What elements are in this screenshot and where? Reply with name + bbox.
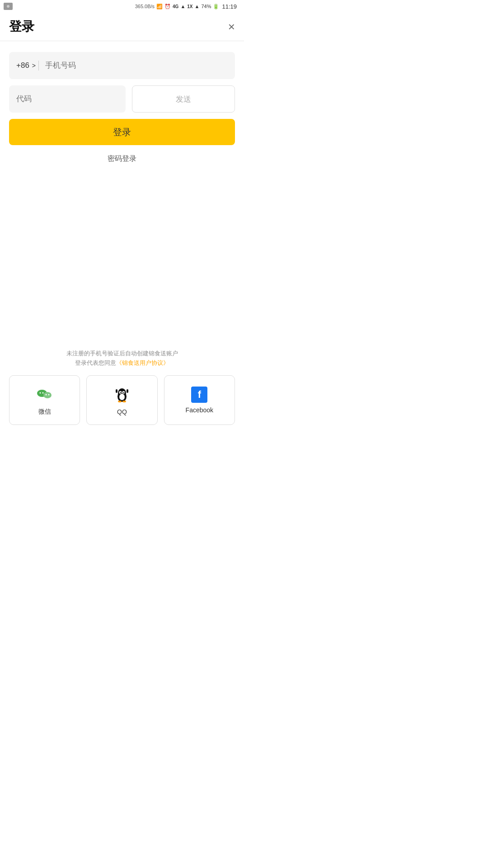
social-login-row: 微信 xyxy=(9,375,235,425)
bottom-area: 未注册的手机号验证后自动创建锦食送账户 登录代表您同意《锦食送用户协议》 微信 xyxy=(0,349,244,434)
country-code: +86 xyxy=(16,61,29,70)
phone-input-row: +86 > xyxy=(9,52,235,79)
code-row: 发送 xyxy=(9,85,235,113)
status-bar: 365.0B/s 📶 ⏰ 4G ▲ 1X ▲ 74% 🔋 11:19 xyxy=(0,0,244,13)
close-button[interactable]: × xyxy=(228,21,235,33)
code-input-wrap xyxy=(9,85,126,113)
svg-rect-19 xyxy=(116,389,117,393)
svg-point-13 xyxy=(120,392,121,393)
network-speed: 365.0B/s xyxy=(135,4,155,9)
svg-point-16 xyxy=(119,394,125,400)
verification-code-input[interactable] xyxy=(16,94,118,104)
svg-point-14 xyxy=(123,392,124,393)
alarm-icon: ⏰ xyxy=(164,4,171,9)
svg-point-18 xyxy=(122,401,126,402)
wechat-login-button[interactable]: 微信 xyxy=(9,375,80,425)
login-form: +86 > 发送 登录 密码登录 xyxy=(0,41,244,166)
network-type: 4G xyxy=(173,4,178,9)
wechat-icon xyxy=(35,384,55,404)
facebook-login-button[interactable]: f Facebook xyxy=(164,375,235,425)
svg-point-5 xyxy=(39,392,41,394)
clock: 11:19 xyxy=(222,3,237,10)
qq-label: QQ xyxy=(117,408,127,415)
svg-point-4 xyxy=(43,392,52,398)
signal-icons: 📶 xyxy=(156,4,163,9)
photo-icon xyxy=(4,3,13,10)
phone-number-input[interactable] xyxy=(45,61,228,70)
svg-point-1 xyxy=(7,5,9,8)
svg-point-8 xyxy=(48,394,49,396)
battery-percent: 74% xyxy=(201,4,211,9)
login-button[interactable]: 登录 xyxy=(9,119,235,145)
terms-link[interactable]: 《锦食送用户协议》 xyxy=(116,359,169,366)
password-login-link[interactable]: 密码登录 xyxy=(9,151,235,166)
header: 登录 × xyxy=(0,13,244,41)
qq-icon xyxy=(112,385,132,405)
battery-icon: 🔋 xyxy=(213,4,219,9)
svg-rect-20 xyxy=(127,389,128,393)
svg-point-7 xyxy=(45,394,47,396)
send-code-button[interactable]: 发送 xyxy=(132,85,235,113)
terms-text: 未注册的手机号验证后自动创建锦食送账户 登录代表您同意《锦食送用户协议》 xyxy=(9,349,235,368)
terms-line2: 登录代表您同意《锦食送用户协议》 xyxy=(9,359,235,368)
svg-point-17 xyxy=(118,401,122,402)
signal-bar-2: ▲ xyxy=(195,4,200,9)
country-chevron-icon[interactable]: > xyxy=(32,62,36,69)
signal-bar-1: ▲ xyxy=(180,4,185,9)
terms-line1: 未注册的手机号验证后自动创建锦食送账户 xyxy=(9,349,235,359)
facebook-icon: f xyxy=(191,387,207,403)
wechat-label: 微信 xyxy=(38,408,51,416)
svg-point-6 xyxy=(42,392,43,394)
page-title: 登录 xyxy=(9,18,34,35)
network-type-2: 1X xyxy=(187,4,192,9)
input-divider xyxy=(38,61,39,71)
qq-login-button[interactable]: QQ xyxy=(86,375,157,425)
facebook-label: Facebook xyxy=(186,406,213,414)
